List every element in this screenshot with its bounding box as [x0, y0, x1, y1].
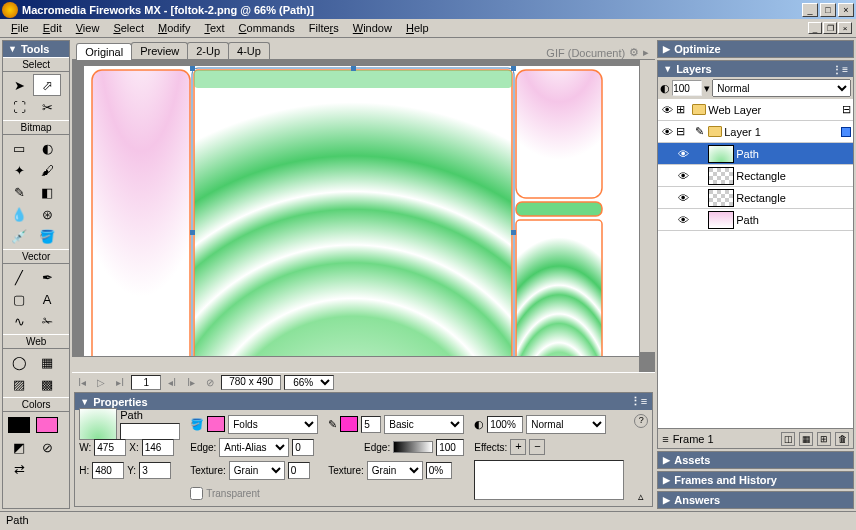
- trash-icon[interactable]: 🗑: [835, 432, 849, 446]
- tab-4up[interactable]: 4-Up: [228, 42, 270, 59]
- fill-edge-select[interactable]: Anti-Alias: [219, 438, 289, 457]
- eyedropper-tool[interactable]: 💉: [5, 225, 33, 247]
- blur-tool[interactable]: 💧: [5, 203, 33, 225]
- minimize-button[interactable]: _: [802, 3, 818, 17]
- panel-menu-icon[interactable]: ⋮≡: [832, 64, 848, 75]
- frames-header[interactable]: ▶Frames and History: [658, 472, 853, 488]
- stroke-color[interactable]: [5, 414, 33, 436]
- height-field[interactable]: [92, 462, 124, 479]
- visibility-icon[interactable]: 👁: [676, 148, 690, 160]
- share-layer-icon[interactable]: ⊟: [842, 103, 851, 116]
- add-effect-button[interactable]: +: [510, 439, 526, 455]
- effects-list[interactable]: [474, 460, 624, 500]
- wand-tool[interactable]: ✦: [5, 159, 33, 181]
- fill-bucket-icon[interactable]: 🪣: [190, 418, 204, 431]
- swap-colors[interactable]: ⇄: [5, 458, 33, 480]
- layer-row-rectangle[interactable]: 👁 Rectangle: [658, 165, 853, 187]
- tab-preview[interactable]: Preview: [131, 42, 188, 59]
- frame-label[interactable]: Frame 1: [673, 433, 714, 445]
- x-field[interactable]: [142, 439, 174, 456]
- layer-row-web[interactable]: 👁 ⊞ Web Layer ⊟: [658, 99, 853, 121]
- play-button[interactable]: ▷: [93, 375, 109, 391]
- layer-row-path-selected[interactable]: 👁 Path: [658, 143, 853, 165]
- menu-window[interactable]: Window: [346, 20, 399, 36]
- stroke-edge-amount[interactable]: [436, 439, 464, 456]
- crop-tool[interactable]: ✂: [33, 96, 61, 118]
- menu-file[interactable]: File: [4, 20, 36, 36]
- optimize-header[interactable]: ▶Optimize: [658, 41, 853, 57]
- pen-tool[interactable]: ✒: [33, 266, 61, 288]
- menu-text[interactable]: Text: [197, 20, 231, 36]
- menu-modify[interactable]: Modify: [151, 20, 197, 36]
- collapse-arrow-icon[interactable]: ▵: [638, 490, 644, 503]
- stroke-texture-amount[interactable]: [426, 462, 452, 479]
- menu-filters[interactable]: Filters: [302, 20, 346, 36]
- menu-select[interactable]: Select: [106, 20, 151, 36]
- canvas[interactable]: [84, 66, 639, 372]
- vscrollbar[interactable]: [639, 60, 655, 352]
- first-frame-button[interactable]: I◂: [74, 375, 90, 391]
- close-button[interactable]: ×: [838, 3, 854, 17]
- frame-nav-icon[interactable]: ≡: [662, 433, 668, 445]
- stroke-texture-select[interactable]: Grain: [367, 461, 423, 480]
- tab-original[interactable]: Original: [76, 43, 132, 60]
- collapse-icon[interactable]: ⊟: [676, 125, 690, 138]
- line-tool[interactable]: ╱: [5, 266, 33, 288]
- bucket-tool[interactable]: 🪣: [33, 225, 61, 247]
- menu-help[interactable]: Help: [399, 20, 436, 36]
- stroke-pencil-icon[interactable]: ✎: [328, 418, 337, 431]
- pencil-tool[interactable]: ✎: [5, 181, 33, 203]
- assets-header[interactable]: ▶Assets: [658, 452, 853, 468]
- transparent-checkbox[interactable]: [190, 487, 203, 500]
- eraser-tool[interactable]: ◧: [33, 181, 61, 203]
- stop-button[interactable]: ⊘: [202, 375, 218, 391]
- stamp-tool[interactable]: ⊛: [33, 203, 61, 225]
- layer-row-rectangle[interactable]: 👁 Rectangle: [658, 187, 853, 209]
- hide-slices[interactable]: ▨: [5, 373, 33, 395]
- subselect-tool[interactable]: ⬀: [33, 74, 61, 96]
- frame-number-field[interactable]: [131, 375, 161, 390]
- menu-edit[interactable]: Edit: [36, 20, 69, 36]
- new-layer-icon[interactable]: ⊞: [817, 432, 831, 446]
- pointer-tool[interactable]: ➤: [5, 74, 33, 96]
- zoom-select[interactable]: 66%: [284, 375, 334, 390]
- layer-opacity-field[interactable]: [672, 80, 702, 96]
- opacity-stepper-icon[interactable]: ▾: [704, 82, 710, 95]
- y-field[interactable]: [139, 462, 171, 479]
- menu-view[interactable]: View: [69, 20, 107, 36]
- freeform-tool[interactable]: ∿: [5, 310, 33, 332]
- preview-icon[interactable]: ▸: [643, 46, 649, 59]
- layer-color-icon[interactable]: [841, 127, 851, 137]
- visibility-icon[interactable]: 👁: [660, 126, 674, 138]
- fill-style-select[interactable]: Folds: [228, 415, 318, 434]
- expand-icon[interactable]: ⊞: [676, 103, 690, 116]
- fill-texture-select[interactable]: Grain: [229, 461, 285, 480]
- mdi-restore[interactable]: ❐: [823, 22, 837, 34]
- help-icon[interactable]: ?: [634, 414, 648, 428]
- hscrollbar[interactable]: [72, 356, 639, 372]
- fill-texture-amount[interactable]: [288, 462, 310, 479]
- fill-edge-amount[interactable]: [292, 439, 314, 456]
- rectangle-tool[interactable]: ▢: [5, 288, 33, 310]
- opacity-field[interactable]: [487, 416, 523, 433]
- no-color[interactable]: ⊘: [33, 436, 61, 458]
- knife-tool[interactable]: ✁: [33, 310, 61, 332]
- visibility-icon[interactable]: 👁: [660, 104, 674, 116]
- stroke-size-field[interactable]: [361, 416, 381, 433]
- remove-effect-button[interactable]: −: [529, 439, 545, 455]
- layer-row-path[interactable]: 👁 Path: [658, 209, 853, 231]
- last-frame-button[interactable]: ▸I: [112, 375, 128, 391]
- width-field[interactable]: [94, 439, 126, 456]
- scale-tool[interactable]: ⛶: [5, 96, 33, 118]
- slice-tool[interactable]: ▦: [33, 351, 61, 373]
- maximize-button[interactable]: □: [820, 3, 836, 17]
- menu-commands[interactable]: Commands: [232, 20, 302, 36]
- edge-slider-icon[interactable]: [393, 441, 433, 453]
- mdi-minimize[interactable]: _: [808, 22, 822, 34]
- fill-color-swatch[interactable]: [207, 416, 225, 432]
- default-colors[interactable]: ◩: [5, 436, 33, 458]
- new-bitmap-icon[interactable]: ▦: [799, 432, 813, 446]
- stroke-color-swatch[interactable]: [340, 416, 358, 432]
- fill-color[interactable]: [33, 414, 61, 436]
- lasso-tool[interactable]: ◐: [33, 137, 61, 159]
